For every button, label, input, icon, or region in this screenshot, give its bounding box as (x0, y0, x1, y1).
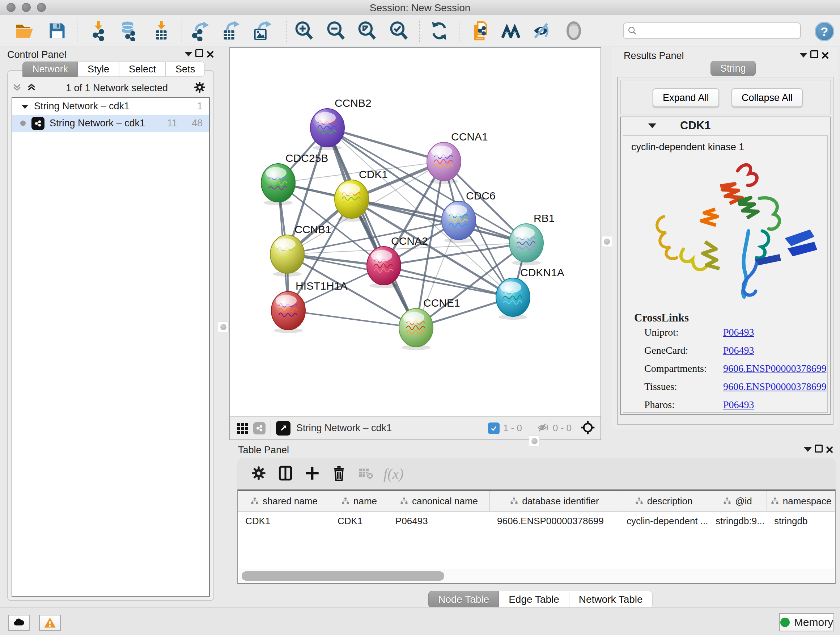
table-panel-float-icon[interactable] (813, 445, 824, 455)
create-column-plus-icon[interactable] (301, 462, 324, 485)
zoom-out-button[interactable] (325, 20, 347, 42)
tab-network[interactable]: Network (22, 62, 78, 77)
crosslink-link[interactable]: P06493 (723, 345, 754, 356)
tab-string[interactable]: String (711, 61, 756, 76)
results-panel-float-icon[interactable] (809, 50, 820, 61)
column-header-shared-name[interactable]: shared name (238, 491, 330, 511)
network-nodes[interactable]: CCNB2CCNA1CDC25BCDK1CDC6RB1CCNB1CCNA2CDK… (261, 97, 564, 350)
network-options-gear-icon[interactable] (193, 81, 206, 95)
control-panel-close-icon[interactable]: ✕ (205, 49, 216, 60)
new-network-from-selection-button[interactable] (470, 20, 492, 42)
import-table-button[interactable] (150, 20, 172, 42)
edge-CCNB2-CCNA1 (327, 128, 444, 162)
gene-section-header[interactable]: CDK1 (621, 117, 830, 134)
column-header-database-identifier[interactable]: database identifier (490, 491, 619, 511)
zoom-selected-button[interactable] (388, 20, 409, 42)
node-CCNB2[interactable]: CCNB2 (310, 97, 371, 150)
table-panel-title: Table Panel (238, 445, 289, 456)
left-splitter-handle[interactable] (218, 321, 229, 333)
tab-style[interactable]: Style (78, 62, 119, 77)
gene-collapse-icon[interactable] (648, 124, 656, 128)
search-input[interactable] (640, 25, 797, 36)
table-horizontal-scrollbar[interactable] (239, 569, 834, 583)
network-canvas[interactable]: CCNB2CCNA1CDC25BCDK1CDC6RB1CCNB1CCNA2CDK… (230, 48, 600, 416)
tab-node-table[interactable]: Node Table (428, 591, 499, 608)
table-settings-gear-icon[interactable] (248, 462, 270, 485)
memory-button[interactable]: Memory (779, 613, 834, 631)
right-splitter-handle[interactable] (601, 236, 612, 247)
open-session-button[interactable] (14, 20, 35, 42)
show-columns-icon[interactable] (274, 462, 297, 485)
collapse-all-networks-icon[interactable] (26, 82, 37, 94)
zoom-in-button[interactable] (293, 20, 315, 42)
delete-table-icon[interactable] (355, 462, 377, 485)
gene-symbol: CDK1 (680, 119, 711, 132)
node-CDC6[interactable]: CDC6 (442, 190, 496, 243)
first-neighbors-button[interactable] (500, 20, 522, 42)
tab-edge-table[interactable]: Edge Table (499, 591, 569, 608)
help-button[interactable]: ? (815, 22, 834, 41)
pan-crosshair-icon[interactable] (580, 420, 595, 437)
node-HIST1H1A[interactable]: HIST1H1A (271, 280, 347, 333)
results-panel-collapse-icon[interactable] (798, 50, 809, 61)
control-panel-collapse-icon[interactable] (183, 49, 194, 60)
node-CCNE1[interactable]: CCNE1 (399, 297, 460, 350)
node-CDC25B[interactable]: CDC25B (261, 152, 328, 205)
import-network-database-button[interactable] (118, 20, 139, 42)
import-network-file-button[interactable] (88, 20, 109, 42)
node-CDKN1A[interactable]: CDKN1A (496, 266, 564, 320)
cloud-status-button[interactable] (8, 615, 30, 631)
collection-expand-icon[interactable] (21, 101, 29, 112)
export-table-button[interactable] (220, 20, 242, 42)
tab-network-table[interactable]: Network Table (569, 591, 653, 608)
column-header-description[interactable]: description (619, 491, 708, 511)
results-panel-close-icon[interactable]: ✕ (820, 50, 831, 61)
save-session-button[interactable] (46, 20, 68, 42)
crosslink-link[interactable]: 9606.ENSP00000378699 (723, 381, 826, 393)
update-button[interactable] (428, 20, 450, 42)
tab-sets[interactable]: Sets (166, 62, 205, 77)
tab-select[interactable]: Select (119, 62, 166, 77)
birds-eye-view-icon[interactable] (276, 421, 291, 435)
crosslink-link[interactable]: P06493 (723, 326, 754, 338)
cell-database-identifier[interactable]: 9606.ENSP00000378699 (490, 516, 619, 527)
column-header-name[interactable]: name (330, 491, 388, 511)
cell-id[interactable]: stringdb:9... (708, 516, 767, 527)
grid-view-icon[interactable] (235, 421, 249, 435)
cell-canonical-name[interactable]: P06493 (388, 516, 490, 527)
export-network-button[interactable] (190, 20, 212, 42)
crosslink-link[interactable]: P06493 (723, 399, 754, 410)
cell-shared-name[interactable]: CDK1 (238, 516, 330, 527)
show-all-button[interactable] (563, 20, 584, 42)
network-row-selected[interactable]: String Network – cdk1 11 48 (12, 115, 209, 132)
node-RB1[interactable]: RB1 (509, 212, 554, 265)
export-image-button[interactable] (251, 20, 273, 42)
network-collection-row[interactable]: String Network – cdk1 1 (12, 98, 209, 115)
fit-content-button[interactable] (356, 20, 378, 42)
table-panel-close-icon[interactable]: ✕ (824, 445, 835, 455)
node-CCNA2[interactable]: CCNA2 (367, 235, 428, 288)
cell-namespace[interactable]: stringdb (767, 516, 835, 527)
column-header-namespace[interactable]: namespace (767, 491, 835, 511)
delete-column-trash-icon[interactable] (328, 462, 350, 485)
control-panel: Control Panel ✕ Network Style Select Set… (5, 47, 216, 607)
node-label-CDC25B: CDC25B (286, 152, 328, 164)
cell-name[interactable]: CDK1 (330, 516, 388, 527)
scrollbar-thumb[interactable] (242, 571, 444, 581)
crosslink-link[interactable]: 9606.ENSP00000378699 (723, 363, 826, 374)
expand-all-networks-icon[interactable] (11, 82, 22, 94)
hide-selection-button[interactable] (531, 20, 553, 42)
column-header-id[interactable]: @id (708, 491, 767, 511)
selected-checkbox-icon[interactable] (488, 423, 500, 434)
node-label-CCNE1: CCNE1 (423, 297, 460, 309)
table-panel-collapse-icon[interactable] (802, 445, 813, 455)
control-panel-float-icon[interactable] (194, 49, 205, 60)
crosslink-row: Pharos: P06493 (644, 399, 827, 410)
table-row[interactable]: CDK1 CDK1 P06493 9606.ENSP00000378699 cy… (238, 512, 835, 530)
warnings-button[interactable] (39, 615, 61, 631)
network-share-icon[interactable] (253, 422, 265, 434)
collapse-all-button[interactable]: Collapse All (731, 88, 803, 107)
column-header-canonical-name[interactable]: canonical name (388, 491, 490, 511)
cell-description[interactable]: cyclin-dependent ... (619, 516, 708, 527)
expand-all-button[interactable]: Expand All (653, 88, 719, 107)
